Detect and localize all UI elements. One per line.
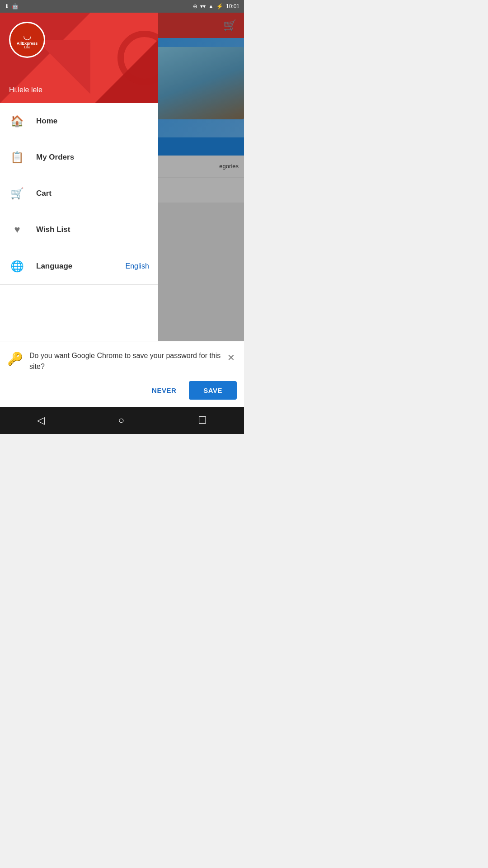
mute-icon: ⊖ <box>193 3 197 9</box>
app-logo: ◡ AllExpress Lite <box>9 22 45 58</box>
battery-icon: ⚡ <box>216 3 223 9</box>
dialog-top: 🔑 Do you want Google Chrome to save your… <box>7 350 237 372</box>
wishlist-label: Wish List <box>36 225 70 234</box>
signal-icon: ▲ <box>208 3 214 9</box>
language-label: Language <box>36 262 72 271</box>
dialog-message: Do you want Google Chrome to save your p… <box>29 350 225 372</box>
android-nav-bar: ◁ ○ ☐ <box>0 407 244 434</box>
home-label: Home <box>36 117 57 126</box>
menu-item-home[interactable]: 🏠 Home <box>0 103 158 139</box>
back-button[interactable]: ◁ <box>37 415 45 426</box>
logo-text-line2: Lite <box>24 46 30 49</box>
never-button[interactable]: NEVER <box>145 382 183 399</box>
password-save-dialog: 🔑 Do you want Google Chrome to save your… <box>0 341 244 407</box>
language-value: English <box>126 262 149 270</box>
menu-item-orders[interactable]: 📋 My Orders <box>0 139 158 175</box>
download-icon: ⬇ <box>5 3 9 9</box>
time-display: 10:01 <box>226 3 239 9</box>
orders-icon: 📋 <box>9 149 25 165</box>
user-greeting: Hi,lele lele <box>9 86 42 94</box>
dialog-buttons: NEVER SAVE <box>7 381 237 400</box>
menu-item-cart[interactable]: 🛒 Cart <box>0 175 158 212</box>
triangle-3 <box>36 40 90 94</box>
status-bar-left: ⬇ 🤖 <box>5 3 19 9</box>
language-left: 🌐 Language <box>9 258 72 274</box>
language-icon: 🌐 <box>9 258 25 274</box>
android-icon: 🤖 <box>12 3 19 9</box>
orders-label: My Orders <box>36 153 74 162</box>
settings-menu-section: 🌐 Language English <box>0 248 158 285</box>
status-bar: ⬇ 🤖 ⊖ ▾▾ ▲ ⚡ 10:01 <box>0 0 244 13</box>
wishlist-icon: ♥ <box>9 222 25 238</box>
status-bar-right: ⊖ ▾▾ ▲ ⚡ 10:01 <box>193 3 239 9</box>
recent-apps-button[interactable]: ☐ <box>198 415 207 426</box>
menu-item-wishlist[interactable]: ♥ Wish List <box>0 212 158 248</box>
cart-label: Cart <box>36 189 52 198</box>
drawer-header: ◡ AllExpress Lite Hi,lele lele <box>0 13 158 103</box>
menu-item-language[interactable]: 🌐 Language English <box>0 248 158 284</box>
home-button[interactable]: ○ <box>118 415 124 426</box>
cart-menu-icon: 🛒 <box>9 185 25 202</box>
key-icon: 🔑 <box>7 351 23 366</box>
logo-smile-icon: ◡ <box>23 31 32 41</box>
close-dialog-icon[interactable]: ✕ <box>225 350 237 365</box>
main-menu-section: 🏠 Home 📋 My Orders 🛒 Cart ♥ Wish List <box>0 103 158 248</box>
home-icon: 🏠 <box>9 113 25 129</box>
wifi-icon: ▾▾ <box>200 3 206 9</box>
save-button[interactable]: SAVE <box>189 381 237 400</box>
